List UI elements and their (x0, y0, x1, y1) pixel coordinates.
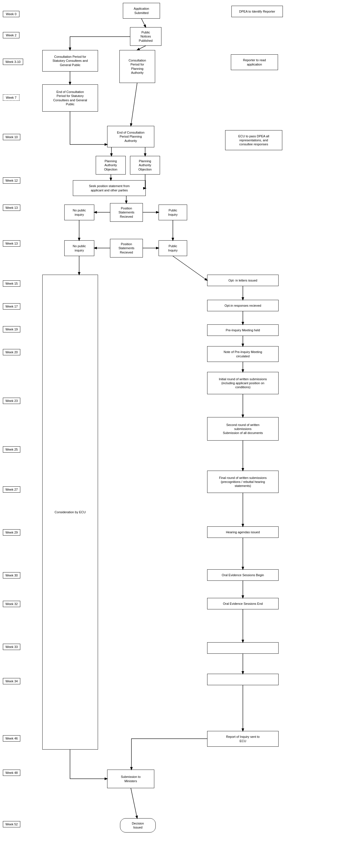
consideration-ecu-box: Consideration by ECU (42, 275, 98, 749)
note-pre-inquiry-box: Note of Pre-Inquiry Meetingcirculated (207, 346, 279, 362)
week-label-10: Week 10 (3, 134, 20, 140)
final-round-box: Final round of written submissions(preco… (207, 471, 279, 493)
week-label-7: Week 7 (3, 94, 20, 101)
oral-evidence-begin-box: Oral Evidence Sessions Begin (207, 569, 279, 581)
position-statements2-box: PositionStatementsRecieved (110, 239, 143, 257)
week-label-19: Week 19 (3, 326, 20, 333)
week-label-34: Week 34 (3, 678, 20, 684)
week-label-15: Week 15 (3, 280, 20, 287)
end-consultation-statutory-box: End of ConsultationPeriod for StatutoryC… (42, 84, 98, 112)
week-label-23: Week 23 (3, 398, 20, 404)
hearing-agendas-box: Hearing agendas issued (207, 526, 279, 538)
week-label-30: Week 30 (3, 572, 20, 579)
week-label-13b: Week 13 (3, 240, 20, 247)
end-consultation-planning-box: End of ConsultationPeriod PlanningAuthor… (107, 126, 154, 147)
week-label-12: Week 12 (3, 177, 20, 184)
opt-in-letters-box: Opt- in letters issued (207, 275, 279, 286)
pa-objection1-box: PlanningAuthorityObjection (96, 156, 126, 175)
public-notices-box: PublicNoticesPublished (130, 27, 162, 46)
no-public-inquiry2-box: No publicinquiry (64, 240, 94, 256)
initial-round-box: Initial round of written submissions(inc… (207, 372, 279, 394)
dpea-identify-box: DPEA to Identify Reporter (232, 6, 283, 17)
week-label-48: Week 48 (3, 770, 20, 776)
svg-line-3 (131, 83, 137, 126)
no-public-inquiry1-box: No publicinquiry (64, 205, 94, 220)
week-label-52: Week 52 (3, 821, 20, 827)
pa-objection2-box: PlanningAuthorityObjection (130, 156, 160, 175)
week-label-29: Week 29 (3, 529, 20, 535)
ecu-pass-box: ECU to pass DPEA allrepresentations, and… (225, 130, 282, 150)
public-inquiry1-box: PublicInquiry (159, 205, 187, 220)
consultation-planning-box: ConsultationPeriod forPlanningAuthority (119, 50, 155, 83)
pre-inquiry-meeting-box: Pre-Inquiry Meeting held (207, 324, 279, 336)
week-label-2: Week 2 (3, 32, 20, 38)
week-label-27: Week 27 (3, 486, 20, 493)
report-inquiry-box: Report of Inquiry sent toECU (207, 731, 279, 747)
svg-line-10 (173, 256, 207, 280)
reporter-read-box: Reporter to readapplication (231, 54, 278, 70)
position-statements1-box: PositionStatementsRecieved (110, 203, 143, 222)
seek-position-box: Seek position statement fromapplicant an… (73, 180, 146, 196)
decision-issued-box: DecisionIssued (120, 818, 156, 833)
week-label-17: Week 17 (3, 303, 20, 310)
week-label-46: Week 46 (3, 735, 20, 742)
page: Week 0 Week 2 Week 3-10 Week 7 Week 10 W… (0, 0, 344, 868)
consultation-statutory-box: Consultation Period forStatutory Consult… (42, 50, 98, 71)
svg-line-0 (141, 19, 146, 27)
submission-ministers-box: Submission toMinisters (107, 770, 154, 788)
application-submitted-box: ApplicationSubmitted (123, 3, 160, 19)
week-label-25: Week 25 (3, 446, 20, 453)
opt-in-responses-box: Opt-in responses recieved (207, 300, 279, 311)
oral-evidence-end-box: Oral Evidence Sessions End (207, 598, 279, 609)
week-label-0: Week 0 (3, 11, 20, 17)
week-label-32: Week 32 (3, 601, 20, 607)
diagram-area: Week 0 Week 2 Week 3-10 Week 7 Week 10 W… (0, 0, 344, 868)
svg-line-25 (131, 788, 137, 818)
public-inquiry2-box: PublicInquiry (159, 240, 187, 256)
svg-line-1 (137, 46, 146, 50)
blank-box2 (207, 674, 279, 685)
week-label-20: Week 20 (3, 349, 20, 355)
week-label-33: Week 33 (3, 644, 20, 650)
blank-box1 (207, 642, 279, 654)
week-label-13a: Week 13 (3, 205, 20, 211)
week-label-3-10: Week 3-10 (3, 59, 23, 65)
second-round-box: Second round of writtensubmissionsSubmis… (207, 417, 279, 441)
